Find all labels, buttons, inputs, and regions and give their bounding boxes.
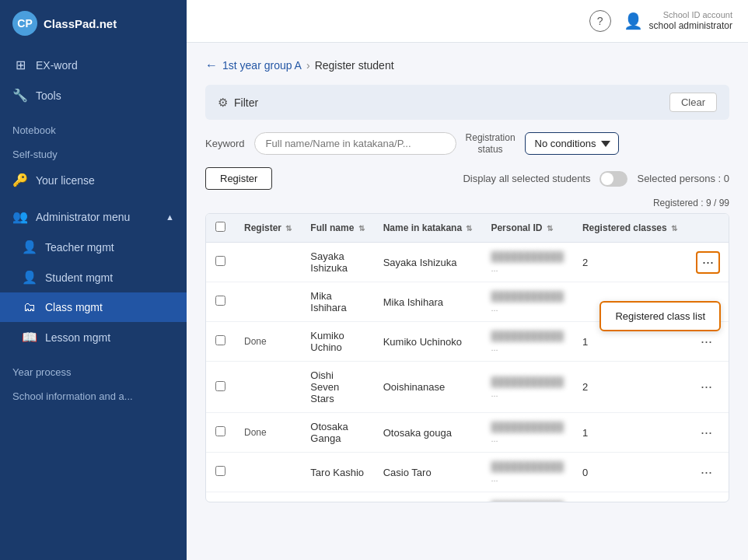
sort-arrows: ⇅ — [671, 224, 677, 233]
breadcrumb-separator: › — [306, 59, 310, 72]
row-registered-classes: 1 — [573, 413, 687, 453]
sidebar-item-lesson-mgmt[interactable]: 📖 Lesson mgmt — [0, 322, 187, 352]
table-row: Sayaka IshizukaSayaka Ishizuka██████████… — [206, 243, 729, 282]
row-more-cell: ··· — [687, 492, 729, 502]
content-area: ← 1st year group A › Register student ⚙ … — [187, 43, 748, 560]
row-more-button[interactable]: ··· — [696, 463, 717, 482]
th-register: Register ⇅ — [235, 214, 301, 243]
status-select[interactable]: No conditions — [525, 132, 619, 155]
th-checkbox — [206, 214, 235, 243]
th-actions — [687, 214, 729, 243]
row-more-button[interactable]: ··· — [696, 423, 717, 443]
row-fullname: Oishi Seven Stars — [301, 362, 373, 413]
breadcrumb: ← 1st year group A › Register student — [205, 58, 729, 72]
row-checkbox[interactable] — [215, 296, 225, 306]
sidebar-item-label: EX-word — [36, 59, 78, 72]
register-button[interactable]: Register — [205, 167, 272, 190]
sidebar-item-tools[interactable]: 🔧 Tools — [0, 80, 187, 110]
sidebar-item-school-info[interactable]: School information and a... — [0, 383, 187, 407]
sidebar-item-class-mgmt[interactable]: 🗂 Class mgmt — [0, 292, 187, 322]
row-registered-classes: 2 — [573, 492, 687, 502]
select-all-checkbox[interactable] — [215, 222, 225, 232]
keyword-input[interactable] — [254, 132, 456, 155]
status-label: Registration status — [466, 132, 516, 155]
sidebar-item-your-license[interactable]: 🔑 Your license — [0, 165, 187, 195]
user-info: School ID account school administrator — [649, 9, 732, 33]
actions-row: Register Display all selected students S… — [205, 167, 729, 190]
sidebar-admin-menu[interactable]: 👥 Administrator menu ▲ — [0, 201, 187, 232]
row-checkbox-cell — [206, 362, 235, 413]
sidebar-submenu: 👤 Teacher mgmt 👤 Student mgmt 🗂 Class mg… — [0, 232, 187, 352]
students-table-wrapper: Register ⇅ Full name ⇅ Name in katakana … — [205, 213, 729, 502]
row-checkbox-cell — [206, 322, 235, 362]
sidebar-item-student-mgmt[interactable]: 👤 Student mgmt — [0, 262, 187, 292]
sidebar-item-exword[interactable]: ⊞ EX-word — [0, 50, 187, 80]
breadcrumb-current: Register student — [315, 59, 394, 72]
row-more-button[interactable]: ··· — [696, 251, 720, 274]
exword-icon: ⊞ — [12, 58, 28, 72]
table-scroll[interactable]: Register ⇅ Full name ⇅ Name in katakana … — [206, 214, 729, 502]
blurred-id: ███████████ — [491, 501, 564, 502]
admin-icon: 👥 — [12, 209, 28, 224]
row-checkbox[interactable] — [215, 426, 225, 436]
blurred-id: ███████████ — [491, 461, 564, 472]
account-id: School ID account — [649, 9, 732, 20]
row-personal-id: ███████████... — [481, 282, 573, 322]
filter-left: ⚙ Filter — [218, 96, 258, 110]
logo[interactable]: CP ClassPad.net — [0, 0, 187, 47]
tools-icon: 🔧 — [12, 88, 28, 103]
keyword-label: Keyword — [205, 138, 245, 149]
row-personal-id: ███████████... — [481, 243, 573, 282]
blurred-id: ███████████ — [491, 291, 564, 302]
selected-persons-label: Selected persons : 0 — [637, 173, 729, 184]
help-button[interactable]: ? — [589, 10, 611, 32]
row-checkbox-cell — [206, 282, 235, 322]
sidebar-item-notebook[interactable]: Notebook — [0, 117, 187, 141]
sidebar-section-bottom: Year process School information and a... — [0, 355, 187, 410]
row-more-button[interactable]: ··· — [696, 332, 717, 352]
table-header-row: Register ⇅ Full name ⇅ Name in katakana … — [206, 214, 729, 243]
th-registered-classes: Registered classes ⇅ — [573, 214, 687, 243]
student-icon: 👤 — [22, 270, 37, 285]
row-checkbox[interactable] — [215, 466, 225, 476]
row-register-status — [235, 243, 301, 282]
topbar: ? 👤 School ID account school administrat… — [187, 0, 748, 43]
row-checkbox-cell — [206, 413, 235, 453]
sidebar-item-label: Student mgmt — [45, 271, 113, 284]
logo-icon: CP — [12, 11, 37, 36]
registered-class-list-tooltip[interactable]: Registered class list — [599, 301, 721, 331]
row-personal-id: ███████████... — [481, 413, 573, 453]
sidebar-item-self-study[interactable]: Self-study — [0, 141, 187, 165]
breadcrumb-parent-link[interactable]: 1st year group A — [222, 59, 302, 72]
students-table: Register ⇅ Full name ⇅ Name in katakana … — [206, 214, 729, 502]
row-register-status — [235, 362, 301, 413]
row-fullname: Kumiko Uchino — [301, 322, 373, 362]
row-katakana: Ooishinanase — [374, 362, 482, 413]
filter-clear-button[interactable]: Clear — [669, 93, 717, 112]
user-account[interactable]: 👤 School ID account school administrator — [624, 9, 732, 33]
row-personal-id: ███████████... — [481, 322, 573, 362]
filter-row: Keyword Registration status No condition… — [205, 132, 729, 155]
row-registered-classes: 2 — [573, 243, 687, 282]
row-fullname: Kazumasa Kikuchi — [301, 492, 373, 502]
row-katakana: Mika Ishihara — [374, 282, 482, 322]
table-row: Kazumasa KikuchiKikuchikazushige████████… — [206, 492, 729, 502]
sort-arrows: ⇅ — [547, 224, 553, 233]
row-more-cell: ··· — [687, 362, 729, 413]
row-checkbox[interactable] — [215, 335, 225, 345]
sidebar-item-label: Your license — [36, 174, 95, 187]
row-register-status — [235, 282, 301, 322]
sort-arrows: ⇅ — [358, 224, 365, 233]
teacher-icon: 👤 — [22, 240, 37, 254]
th-katakana: Name in katakana ⇅ — [374, 214, 482, 243]
main-area: ? 👤 School ID account school administrat… — [187, 0, 748, 560]
sidebar-item-teacher-mgmt[interactable]: 👤 Teacher mgmt — [0, 232, 187, 262]
row-checkbox[interactable] — [215, 381, 225, 391]
sidebar-item-year-process[interactable]: Year process — [0, 359, 187, 383]
back-button[interactable]: ← — [205, 58, 218, 72]
row-checkbox[interactable] — [215, 256, 225, 266]
row-fullname: Taro Kashio — [301, 453, 373, 492]
row-more-button[interactable]: ··· — [696, 377, 717, 397]
row-registered-classes: 2 — [573, 362, 687, 413]
display-all-toggle[interactable] — [599, 171, 627, 187]
